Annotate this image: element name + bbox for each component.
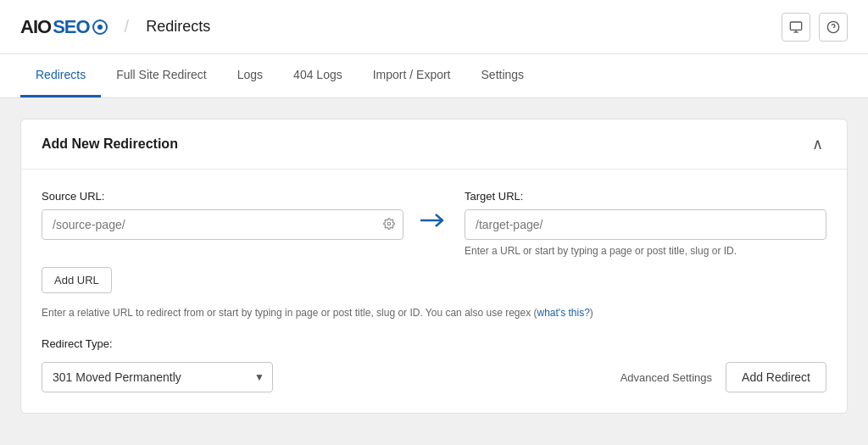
redirect-type-select-wrapper: 301 Moved Permanently 302 Found 303 See …: [42, 362, 273, 392]
arrow-divider: [403, 212, 465, 229]
tab-logs[interactable]: Logs: [222, 54, 278, 97]
redirect-arrow-icon: [420, 212, 448, 229]
add-redirection-card: Add New Redirection ∧ Source URL:: [20, 119, 848, 414]
help-icon: [826, 20, 840, 34]
source-url-input[interactable]: [42, 209, 403, 240]
app-header: AIOSEO / Redirects: [0, 0, 868, 54]
header-divider: /: [125, 17, 130, 36]
bottom-row: Redirect Type: 301 Moved Permanently 302…: [42, 337, 826, 392]
advanced-settings-link[interactable]: Advanced Settings: [620, 371, 712, 384]
redirect-type-group: Redirect Type: 301 Moved Permanently 302…: [42, 337, 273, 392]
redirect-type-select[interactable]: 301 Moved Permanently 302 Found 303 See …: [42, 362, 273, 392]
header-page-title: Redirects: [146, 18, 210, 36]
add-url-button[interactable]: Add URL: [42, 267, 112, 293]
card-collapse-button[interactable]: ∧: [809, 135, 826, 153]
target-url-hint: Enter a URL or start by typing a page or…: [465, 245, 826, 257]
source-url-label: Source URL:: [42, 190, 403, 203]
tab-redirects[interactable]: Redirects: [20, 54, 101, 97]
svg-point-5: [387, 222, 391, 225]
aioseo-logo: AIOSEO: [20, 16, 108, 38]
source-hint-close: ): [590, 307, 593, 319]
add-url-row: Add URL Enter a relative URL to redirect…: [42, 267, 826, 320]
monitor-icon-button[interactable]: [782, 13, 810, 42]
whats-this-link[interactable]: what's this?: [537, 307, 590, 319]
tab-404-logs[interactable]: 404 Logs: [278, 54, 358, 97]
main-content: Add New Redirection ∧ Source URL:: [0, 98, 868, 434]
card-title: Add New Redirection: [42, 136, 178, 152]
target-url-group: Target URL: Enter a URL or start by typi…: [465, 190, 826, 257]
source-url-input-wrapper: [42, 209, 403, 240]
logo-aio-text: AIO: [20, 16, 51, 38]
tabs-bar: Redirects Full Site Redirect Logs 404 Lo…: [0, 54, 868, 98]
tab-full-site-redirect[interactable]: Full Site Redirect: [101, 54, 222, 97]
add-redirect-button[interactable]: Add Redirect: [726, 362, 826, 392]
target-url-input[interactable]: [465, 209, 826, 240]
source-hint-text: Enter a relative URL to redirect from or…: [42, 307, 537, 319]
monitor-icon: [789, 20, 803, 34]
source-url-gear-icon[interactable]: [383, 218, 395, 232]
header-left: AIOSEO / Redirects: [20, 16, 210, 38]
bottom-right-actions: Advanced Settings Add Redirect: [620, 362, 826, 392]
tab-import-export[interactable]: Import / Export: [358, 54, 466, 97]
tab-settings[interactable]: Settings: [466, 54, 540, 97]
source-url-group: Source URL:: [42, 190, 403, 240]
target-url-input-wrapper: [465, 209, 826, 240]
logo-seo-text: SEO: [53, 16, 89, 38]
target-url-label: Target URL:: [465, 190, 826, 203]
url-row: Source URL:: [42, 190, 826, 257]
svg-rect-0: [790, 22, 801, 30]
add-url-button-label: Add URL: [54, 274, 99, 286]
source-url-hint: Enter a relative URL to redirect from or…: [42, 305, 826, 320]
logo-icon: [92, 19, 108, 35]
help-icon-button[interactable]: [819, 13, 848, 42]
card-body: Source URL:: [21, 170, 847, 413]
tabs-container: Redirects Full Site Redirect Logs 404 Lo…: [20, 54, 848, 97]
redirect-type-label: Redirect Type:: [42, 337, 273, 350]
header-icons: [782, 13, 848, 42]
card-header: Add New Redirection ∧: [21, 120, 847, 170]
